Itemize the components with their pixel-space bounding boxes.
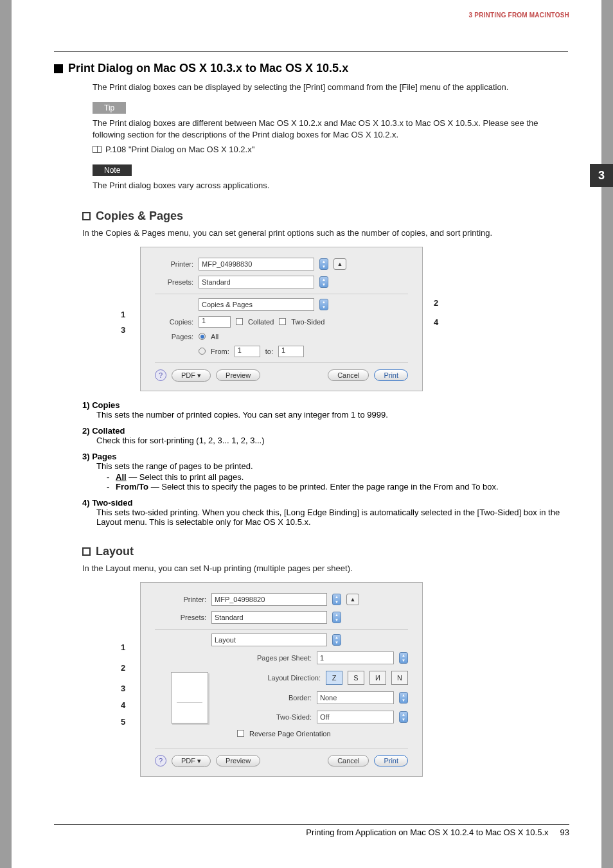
l-preview-button[interactable]: Preview bbox=[216, 755, 260, 766]
pps-stepper[interactable]: ▲▼ bbox=[399, 652, 408, 664]
li3-all-r: — Select this to print all pages. bbox=[127, 472, 244, 482]
button-row: ? PDF ▾ Preview Cancel Print bbox=[155, 369, 408, 382]
dir-btn-4[interactable]: N bbox=[391, 671, 408, 685]
divider bbox=[155, 294, 408, 294]
copies-input[interactable]: 1 bbox=[199, 316, 231, 328]
li3-title: 3) Pages bbox=[82, 452, 116, 461]
callout-1b: 1 bbox=[121, 642, 125, 652]
tip-ref: P.108 "Print Dialog on Mac OS X 10.2.x" bbox=[93, 144, 568, 155]
layout-dialog: Printer: MFP_04998820 ▲▼ ▲ Presets: Stan… bbox=[140, 582, 423, 777]
from-label: From: bbox=[211, 348, 229, 355]
l-twosided-label: Two-Sided: bbox=[241, 713, 312, 721]
pages-label: Pages: bbox=[155, 333, 193, 341]
pps-select[interactable]: 1 bbox=[317, 651, 394, 664]
l-twosided-select[interactable]: Off bbox=[317, 711, 394, 723]
pane-select[interactable]: Copies & Pages bbox=[199, 298, 314, 311]
copies-pages-dialog: Printer: MFP_04998830 ▲▼ ▲ Presets: Stan… bbox=[140, 247, 423, 391]
presets-stepper[interactable]: ▲▼ bbox=[319, 276, 328, 288]
reverse-checkbox[interactable] bbox=[237, 730, 244, 737]
l-pane-select[interactable]: Layout bbox=[211, 633, 327, 646]
l-twosided-stepper[interactable]: ▲▼ bbox=[399, 711, 408, 723]
page: 3 PRINTING FROM MACINTOSH 3 Print Dialog… bbox=[12, 0, 601, 868]
to-input[interactable]: 1 bbox=[278, 346, 304, 357]
pages-all-radio[interactable] bbox=[199, 333, 206, 340]
page-thumb-icon bbox=[171, 672, 208, 723]
collated-checkbox[interactable] bbox=[236, 318, 243, 325]
callout-2: 2 bbox=[434, 298, 438, 308]
l-pdf-button[interactable]: PDF ▾ bbox=[172, 755, 211, 767]
dir-btn-3[interactable]: И bbox=[369, 671, 386, 685]
l-twosided-value: Off bbox=[320, 713, 329, 721]
li4-title: 4) Two-sided bbox=[82, 498, 132, 508]
chapter-tab: 3 bbox=[590, 164, 613, 187]
layout-options: Pages per Sheet: 1 ▲▼ Layout Direction: … bbox=[232, 651, 408, 744]
border-value: None bbox=[320, 694, 337, 702]
help-button[interactable]: ? bbox=[155, 369, 166, 381]
presets-select[interactable]: Standard bbox=[199, 276, 314, 288]
pages-from-radio[interactable] bbox=[199, 348, 206, 355]
l-printer-info[interactable]: ▲ bbox=[346, 594, 359, 605]
li3-all-b: All bbox=[116, 472, 127, 482]
printer-select[interactable]: MFP_04998830 bbox=[199, 258, 314, 270]
l-printer-select[interactable]: MFP_04998820 bbox=[211, 593, 327, 606]
li4-desc: This sets two-sided printing. When you c… bbox=[96, 508, 568, 527]
li2-title: 2) Collated bbox=[82, 426, 125, 436]
border-stepper[interactable]: ▲▼ bbox=[399, 692, 408, 704]
callout-4b: 4 bbox=[121, 700, 125, 710]
printer-stepper[interactable]: ▲▼ bbox=[319, 258, 328, 270]
pps-label: Pages per Sheet: bbox=[241, 654, 312, 662]
l-pane-stepper[interactable]: ▲▼ bbox=[332, 634, 341, 646]
printer-value: MFP_04998830 bbox=[202, 260, 252, 268]
square-bullet-icon bbox=[54, 64, 63, 73]
l-printer-stepper[interactable]: ▲▼ bbox=[332, 594, 341, 605]
dlg2-wrap: 1 2 3 4 5 Printer: MFP_04998820 ▲▼ ▲ Pre… bbox=[82, 582, 568, 777]
li1-title: 1) Copies bbox=[82, 400, 120, 410]
li3-all: All — Select this to print all pages. bbox=[107, 472, 568, 482]
footer: Printing from Application on Mac OS X 10… bbox=[54, 824, 569, 837]
from-input[interactable]: 1 bbox=[235, 346, 260, 357]
l-help-button[interactable]: ? bbox=[155, 755, 166, 766]
dir-btn-2[interactable]: S bbox=[348, 671, 364, 685]
l-print-button[interactable]: Print bbox=[374, 755, 408, 766]
copies-pages-title: Copies & Pages bbox=[96, 209, 183, 223]
border-select[interactable]: None bbox=[317, 691, 394, 704]
divider bbox=[155, 748, 408, 748]
pps-value: 1 bbox=[320, 654, 324, 662]
l-cancel-button[interactable]: Cancel bbox=[328, 755, 369, 766]
twosided-checkbox[interactable] bbox=[279, 318, 286, 325]
h1-title: Print Dialog on Mac OS X 10.3.x to Mac O… bbox=[68, 62, 348, 75]
twosided-label: Two-Sided bbox=[291, 318, 324, 326]
preview-button[interactable]: Preview bbox=[216, 369, 260, 381]
pdf-button[interactable]: PDF ▾ bbox=[172, 369, 211, 382]
dir-label: Layout Direction: bbox=[250, 674, 321, 682]
callout-4: 4 bbox=[434, 317, 438, 327]
l-presets-value: Standard bbox=[215, 614, 244, 621]
l-button-row: ? PDF ▾ Preview Cancel Print bbox=[155, 755, 408, 767]
note-label: Note bbox=[93, 164, 132, 176]
li1-desc: This sets the number of printed copies. … bbox=[96, 410, 568, 420]
cancel-button[interactable]: Cancel bbox=[328, 369, 369, 381]
intro-text: The Print dialog boxes can be displayed … bbox=[93, 82, 568, 93]
li2-desc: Check this for sort-printing (1, 2, 3...… bbox=[96, 436, 568, 445]
top-rule bbox=[54, 51, 568, 52]
divider bbox=[155, 629, 408, 630]
print-button[interactable]: Print bbox=[374, 369, 408, 381]
note-text: The Print dialog boxes vary across appli… bbox=[93, 180, 568, 191]
tip-text: The Print dialog boxes are different bet… bbox=[93, 118, 568, 141]
dir-btn-1[interactable]: Z bbox=[326, 671, 342, 685]
outline-square-icon bbox=[82, 547, 91, 556]
callout-3: 3 bbox=[121, 325, 125, 335]
pane-stepper[interactable]: ▲▼ bbox=[319, 299, 328, 310]
footer-text: Printing from Application on Mac OS X 10… bbox=[306, 828, 548, 837]
layout-title: Layout bbox=[96, 545, 134, 558]
copies-pages-list: 1) Copies This sets the number of printe… bbox=[82, 400, 568, 527]
printer-info-button[interactable]: ▲ bbox=[333, 258, 346, 270]
border-label: Border: bbox=[241, 694, 312, 702]
callout-2b: 2 bbox=[121, 663, 125, 673]
book-icon bbox=[93, 146, 102, 153]
header-section: 3 PRINTING FROM MACINTOSH bbox=[469, 12, 569, 19]
l-presets-label: Presets: bbox=[155, 614, 206, 621]
callout-3b: 3 bbox=[121, 684, 125, 693]
l-presets-select[interactable]: Standard bbox=[211, 611, 327, 624]
l-presets-stepper[interactable]: ▲▼ bbox=[332, 612, 341, 623]
